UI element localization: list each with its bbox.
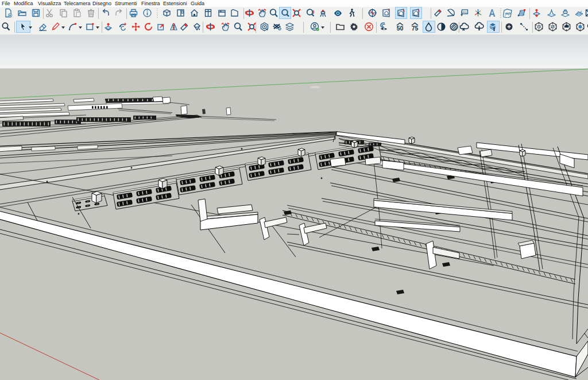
svg-text:50: 50 (397, 25, 404, 32)
svg-text:75: 75 (412, 25, 419, 32)
svg-text:A1: A1 (463, 10, 467, 14)
